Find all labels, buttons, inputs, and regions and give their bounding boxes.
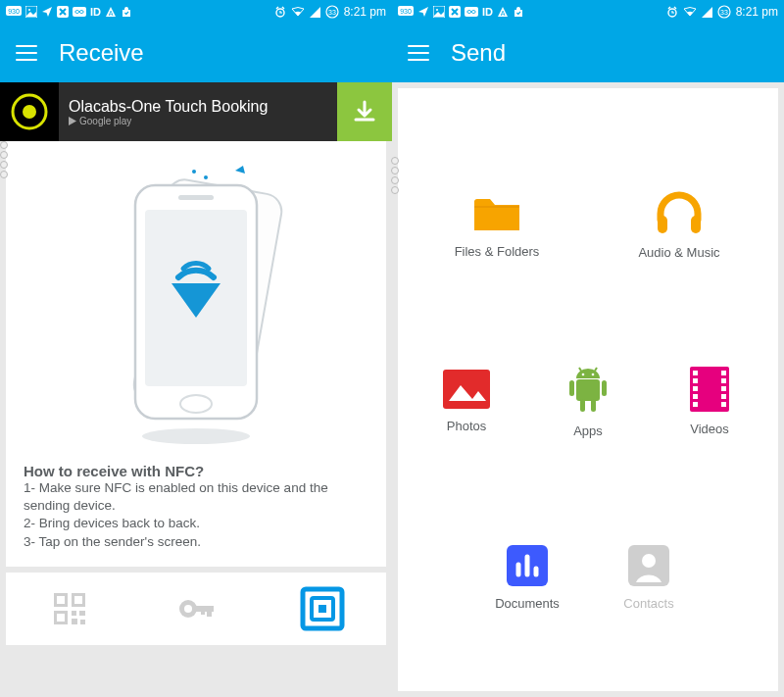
instructions-title: How to receive with NFC? bbox=[24, 463, 368, 479]
wifi-icon bbox=[291, 7, 305, 17]
ad-app-icon bbox=[0, 82, 59, 141]
svg-rect-55 bbox=[576, 379, 600, 401]
ad-text: Olacabs-One Touch Booking Google play bbox=[59, 94, 337, 130]
svg-rect-58 bbox=[580, 399, 585, 412]
instruction-line-3: 3- Tap on the sender's screen. bbox=[24, 533, 368, 551]
infinity-icon bbox=[73, 7, 86, 17]
tab-nfc[interactable] bbox=[260, 573, 386, 645]
signal-icon bbox=[310, 7, 320, 18]
category-label: Audio & Music bbox=[638, 245, 719, 260]
svg-rect-69 bbox=[721, 394, 726, 399]
svg-rect-68 bbox=[721, 386, 726, 391]
svg-point-3 bbox=[28, 9, 30, 11]
svg-point-19 bbox=[142, 428, 250, 444]
svg-rect-65 bbox=[693, 402, 698, 407]
category-videos[interactable]: Videos bbox=[649, 314, 770, 490]
category-apps[interactable]: Apps bbox=[527, 314, 649, 490]
instruction-line-1: 1- Make sure NFC is enabled on this devi… bbox=[24, 479, 368, 515]
svg-point-17 bbox=[204, 175, 208, 179]
svg-rect-64 bbox=[693, 394, 698, 399]
svg-rect-70 bbox=[721, 402, 726, 407]
svg-rect-29 bbox=[80, 620, 85, 624]
svg-text:33: 33 bbox=[720, 9, 728, 16]
svg-rect-61 bbox=[693, 371, 698, 375]
bag-icon bbox=[121, 6, 132, 18]
key-icon bbox=[174, 587, 218, 630]
svg-rect-15 bbox=[178, 195, 214, 200]
svg-point-31 bbox=[184, 605, 192, 613]
image-icon bbox=[25, 6, 37, 18]
svg-point-54 bbox=[592, 373, 595, 376]
svg-rect-37 bbox=[318, 605, 326, 613]
category-label: Apps bbox=[573, 423, 603, 438]
category-audio[interactable]: Audio & Music bbox=[588, 137, 770, 314]
page-indicator-right bbox=[391, 157, 399, 194]
contacts-icon bbox=[628, 545, 669, 586]
battery-icon: 33 bbox=[325, 5, 339, 19]
svg-rect-67 bbox=[721, 378, 726, 383]
category-photos[interactable]: Photos bbox=[406, 314, 527, 490]
menu-icon[interactable] bbox=[16, 45, 37, 61]
app-bar-receive: Receive bbox=[0, 24, 392, 82]
svg-rect-50 bbox=[443, 370, 490, 409]
bag-icon bbox=[513, 6, 524, 18]
svg-rect-34 bbox=[201, 606, 205, 615]
phone-illustration bbox=[24, 151, 368, 455]
svg-rect-59 bbox=[591, 399, 596, 412]
id-icon: ID bbox=[90, 6, 101, 18]
x-app-icon bbox=[449, 6, 461, 18]
category-label: Videos bbox=[690, 422, 729, 436]
svg-text:A: A bbox=[501, 10, 506, 17]
ad-banner[interactable]: Olacabs-One Touch Booking Google play bbox=[0, 82, 392, 141]
status-bar-right: 930 ID A 33 8:21 pm bbox=[392, 0, 784, 24]
category-label: Documents bbox=[495, 596, 560, 611]
alarm-icon bbox=[274, 6, 286, 18]
category-grid: Files & Folders Audio & Music Photos bbox=[398, 88, 778, 691]
category-label: Contacts bbox=[623, 596, 673, 611]
svg-rect-25 bbox=[57, 614, 65, 622]
category-label: Photos bbox=[447, 419, 486, 433]
svg-rect-26 bbox=[72, 611, 76, 616]
receive-screen: 930 ID A 33 8:21 pm Receive bbox=[0, 0, 392, 697]
instruction-line-2: 2- Bring devices back to back. bbox=[24, 515, 368, 532]
svg-rect-27 bbox=[79, 611, 85, 616]
headphones-icon bbox=[655, 190, 704, 235]
nfc-icon bbox=[299, 585, 346, 632]
svg-text:33: 33 bbox=[328, 9, 336, 16]
clock-text: 8:21 pm bbox=[344, 5, 386, 19]
x-app-icon bbox=[57, 6, 69, 18]
send-plane-icon bbox=[417, 6, 429, 18]
menu-icon[interactable] bbox=[408, 45, 429, 61]
page-title-send: Send bbox=[451, 39, 506, 67]
page-indicator-left bbox=[0, 141, 8, 178]
documents-icon bbox=[507, 545, 548, 586]
tab-key[interactable] bbox=[132, 573, 259, 645]
spacer bbox=[710, 490, 770, 667]
signal-icon bbox=[702, 7, 712, 18]
svg-point-18 bbox=[192, 170, 196, 174]
category-files[interactable]: Files & Folders bbox=[406, 137, 588, 314]
svg-rect-48 bbox=[658, 216, 667, 233]
svg-rect-57 bbox=[602, 380, 607, 396]
wifi-icon bbox=[683, 7, 697, 17]
svg-text:930: 930 bbox=[8, 8, 20, 15]
infinity-icon bbox=[465, 7, 478, 17]
svg-rect-49 bbox=[691, 216, 701, 233]
svg-point-11 bbox=[23, 105, 36, 119]
svg-rect-21 bbox=[57, 596, 65, 604]
receive-mode-tabs bbox=[6, 573, 386, 645]
spacer bbox=[406, 490, 466, 667]
svg-rect-66 bbox=[721, 371, 726, 375]
alarm-icon bbox=[666, 6, 678, 18]
svg-text:A: A bbox=[109, 10, 114, 17]
play-icon bbox=[69, 117, 76, 125]
tab-qr[interactable] bbox=[6, 573, 132, 645]
download-button[interactable] bbox=[337, 82, 392, 141]
category-documents[interactable]: Documents bbox=[466, 490, 588, 667]
svg-rect-56 bbox=[569, 380, 574, 396]
send-screen: 930 ID A 33 8:21 pm Send bbox=[392, 0, 784, 697]
image-icon bbox=[433, 6, 445, 18]
category-contacts[interactable]: Contacts bbox=[588, 490, 710, 667]
svg-rect-63 bbox=[693, 386, 698, 391]
nfc-instructions-card: How to receive with NFC? 1- Make sure NF… bbox=[6, 141, 386, 567]
